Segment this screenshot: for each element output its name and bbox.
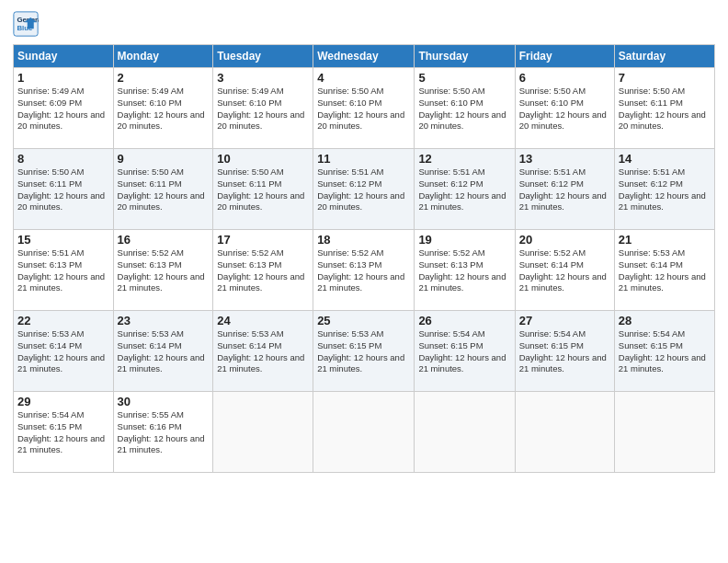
calendar-cell: 15 Sunrise: 5:51 AMSunset: 6:13 PMDaylig… <box>14 230 114 311</box>
day-info: Sunrise: 5:53 AMSunset: 6:14 PMDaylight:… <box>217 328 304 373</box>
calendar-cell <box>415 392 515 473</box>
day-info: Sunrise: 5:54 AMSunset: 6:15 PMDaylight:… <box>619 328 706 373</box>
calendar-table: SundayMondayTuesdayWednesdayThursdayFrid… <box>13 44 715 473</box>
day-info: Sunrise: 5:50 AMSunset: 6:10 PMDaylight:… <box>519 86 607 131</box>
day-info: Sunrise: 5:51 AMSunset: 6:12 PMDaylight:… <box>317 167 404 212</box>
header-day-sunday: Sunday <box>14 45 114 68</box>
calendar-cell: 11 Sunrise: 5:51 AMSunset: 6:12 PMDaylig… <box>313 149 415 230</box>
calendar-cell: 29 Sunrise: 5:54 AMSunset: 6:15 PMDaylig… <box>14 392 114 473</box>
day-info: Sunrise: 5:54 AMSunset: 6:15 PMDaylight:… <box>519 328 607 373</box>
day-number: 16 <box>118 233 210 247</box>
day-info: Sunrise: 5:55 AMSunset: 6:16 PMDaylight:… <box>118 409 205 454</box>
calendar-cell: 16 Sunrise: 5:52 AMSunset: 6:13 PMDaylig… <box>113 230 213 311</box>
calendar-cell: 12 Sunrise: 5:51 AMSunset: 6:12 PMDaylig… <box>415 149 515 230</box>
day-number: 9 <box>118 152 210 166</box>
day-number: 11 <box>317 152 410 166</box>
calendar-cell <box>614 392 714 473</box>
day-number: 13 <box>519 152 610 166</box>
logo-icon: General Blue <box>13 11 39 37</box>
day-number: 10 <box>217 152 309 166</box>
calendar-cell: 25 Sunrise: 5:53 AMSunset: 6:15 PMDaylig… <box>313 311 415 392</box>
day-info: Sunrise: 5:49 AMSunset: 6:09 PMDaylight:… <box>17 86 105 131</box>
header-day-thursday: Thursday <box>415 45 515 68</box>
calendar-cell: 24 Sunrise: 5:53 AMSunset: 6:14 PMDaylig… <box>213 311 313 392</box>
day-number: 24 <box>217 314 309 327</box>
calendar-cell: 4 Sunrise: 5:50 AMSunset: 6:10 PMDayligh… <box>313 68 415 149</box>
day-number: 4 <box>317 71 410 85</box>
day-info: Sunrise: 5:53 AMSunset: 6:14 PMDaylight:… <box>17 328 105 373</box>
page: General Blue SundayMondayTuesdayWednesda… <box>0 0 728 563</box>
day-info: Sunrise: 5:51 AMSunset: 6:12 PMDaylight:… <box>619 167 706 212</box>
day-number: 22 <box>17 314 109 327</box>
calendar-cell: 2 Sunrise: 5:49 AMSunset: 6:10 PMDayligh… <box>113 68 213 149</box>
calendar-cell: 18 Sunrise: 5:52 AMSunset: 6:13 PMDaylig… <box>313 230 415 311</box>
day-info: Sunrise: 5:53 AMSunset: 6:15 PMDaylight:… <box>317 328 404 373</box>
day-info: Sunrise: 5:52 AMSunset: 6:13 PMDaylight:… <box>317 247 404 293</box>
calendar-cell: 19 Sunrise: 5:52 AMSunset: 6:13 PMDaylig… <box>415 230 515 311</box>
calendar-cell: 1 Sunrise: 5:49 AMSunset: 6:09 PMDayligh… <box>14 68 114 149</box>
day-number: 23 <box>118 314 210 327</box>
day-info: Sunrise: 5:54 AMSunset: 6:15 PMDaylight:… <box>418 328 506 373</box>
day-number: 6 <box>519 71 610 85</box>
day-info: Sunrise: 5:53 AMSunset: 6:14 PMDaylight:… <box>118 328 205 373</box>
day-info: Sunrise: 5:50 AMSunset: 6:11 PMDaylight:… <box>118 167 205 212</box>
calendar-cell: 8 Sunrise: 5:50 AMSunset: 6:11 PMDayligh… <box>14 149 114 230</box>
calendar-cell: 27 Sunrise: 5:54 AMSunset: 6:15 PMDaylig… <box>515 311 614 392</box>
logo: General Blue <box>13 11 42 37</box>
calendar-cell: 28 Sunrise: 5:54 AMSunset: 6:15 PMDaylig… <box>614 311 714 392</box>
day-info: Sunrise: 5:51 AMSunset: 6:12 PMDaylight:… <box>519 167 607 212</box>
header-day-saturday: Saturday <box>614 45 714 68</box>
day-number: 25 <box>317 314 410 327</box>
calendar-cell: 22 Sunrise: 5:53 AMSunset: 6:14 PMDaylig… <box>14 311 114 392</box>
calendar-cell: 30 Sunrise: 5:55 AMSunset: 6:16 PMDaylig… <box>113 392 213 473</box>
day-number: 15 <box>17 233 109 247</box>
calendar-cell: 26 Sunrise: 5:54 AMSunset: 6:15 PMDaylig… <box>415 311 515 392</box>
day-info: Sunrise: 5:52 AMSunset: 6:13 PMDaylight:… <box>418 247 506 293</box>
day-number: 14 <box>619 152 711 166</box>
day-number: 2 <box>118 71 210 85</box>
day-number: 28 <box>619 314 711 327</box>
day-number: 20 <box>519 233 610 247</box>
day-info: Sunrise: 5:54 AMSunset: 6:15 PMDaylight:… <box>17 409 105 454</box>
calendar-cell: 10 Sunrise: 5:50 AMSunset: 6:11 PMDaylig… <box>213 149 313 230</box>
calendar-body: 1 Sunrise: 5:49 AMSunset: 6:09 PMDayligh… <box>14 68 715 473</box>
day-info: Sunrise: 5:50 AMSunset: 6:10 PMDaylight:… <box>418 86 506 131</box>
calendar-cell: 23 Sunrise: 5:53 AMSunset: 6:14 PMDaylig… <box>113 311 213 392</box>
day-info: Sunrise: 5:50 AMSunset: 6:11 PMDaylight:… <box>217 167 304 212</box>
calendar-cell: 3 Sunrise: 5:49 AMSunset: 6:10 PMDayligh… <box>213 68 313 149</box>
day-number: 3 <box>217 71 309 85</box>
calendar-cell <box>313 392 415 473</box>
week-row-1: 1 Sunrise: 5:49 AMSunset: 6:09 PMDayligh… <box>14 68 715 149</box>
day-number: 12 <box>418 152 510 166</box>
calendar-cell: 21 Sunrise: 5:53 AMSunset: 6:14 PMDaylig… <box>614 230 714 311</box>
week-row-5: 29 Sunrise: 5:54 AMSunset: 6:15 PMDaylig… <box>14 392 715 473</box>
day-info: Sunrise: 5:52 AMSunset: 6:13 PMDaylight:… <box>118 247 205 293</box>
day-number: 8 <box>17 152 109 166</box>
header-day-friday: Friday <box>515 45 614 68</box>
calendar-cell <box>213 392 313 473</box>
day-info: Sunrise: 5:49 AMSunset: 6:10 PMDaylight:… <box>217 86 304 131</box>
week-row-2: 8 Sunrise: 5:50 AMSunset: 6:11 PMDayligh… <box>14 149 715 230</box>
day-number: 1 <box>17 71 109 85</box>
calendar-cell: 5 Sunrise: 5:50 AMSunset: 6:10 PMDayligh… <box>415 68 515 149</box>
calendar-cell: 6 Sunrise: 5:50 AMSunset: 6:10 PMDayligh… <box>515 68 614 149</box>
day-info: Sunrise: 5:52 AMSunset: 6:13 PMDaylight:… <box>217 247 304 293</box>
calendar-cell: 9 Sunrise: 5:50 AMSunset: 6:11 PMDayligh… <box>113 149 213 230</box>
calendar-cell: 13 Sunrise: 5:51 AMSunset: 6:12 PMDaylig… <box>515 149 614 230</box>
week-row-4: 22 Sunrise: 5:53 AMSunset: 6:14 PMDaylig… <box>14 311 715 392</box>
day-info: Sunrise: 5:53 AMSunset: 6:14 PMDaylight:… <box>619 247 706 293</box>
header-day-tuesday: Tuesday <box>213 45 313 68</box>
header: General Blue <box>13 11 715 37</box>
week-row-3: 15 Sunrise: 5:51 AMSunset: 6:13 PMDaylig… <box>14 230 715 311</box>
calendar-cell: 17 Sunrise: 5:52 AMSunset: 6:13 PMDaylig… <box>213 230 313 311</box>
day-number: 18 <box>317 233 410 247</box>
day-info: Sunrise: 5:51 AMSunset: 6:12 PMDaylight:… <box>418 167 506 212</box>
day-info: Sunrise: 5:52 AMSunset: 6:14 PMDaylight:… <box>519 247 607 293</box>
day-number: 30 <box>118 395 210 408</box>
day-info: Sunrise: 5:51 AMSunset: 6:13 PMDaylight:… <box>17 247 105 293</box>
header-day-monday: Monday <box>113 45 213 68</box>
day-number: 7 <box>619 71 711 85</box>
day-number: 21 <box>619 233 711 247</box>
day-number: 5 <box>418 71 510 85</box>
calendar-cell: 14 Sunrise: 5:51 AMSunset: 6:12 PMDaylig… <box>614 149 714 230</box>
